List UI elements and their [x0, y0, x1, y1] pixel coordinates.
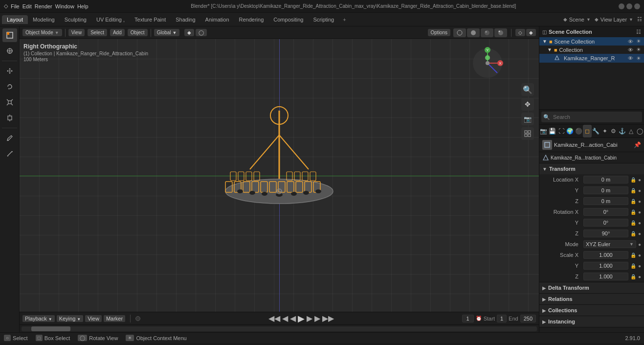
jump-start-button[interactable]: ◀◀	[268, 314, 280, 323]
scale-x-lock[interactable]: 🔒	[630, 253, 636, 258]
scale-x-value[interactable]: 1.000	[583, 251, 628, 259]
tab-sculpting[interactable]: Sculpting	[60, 15, 91, 24]
shading-rendered[interactable]	[494, 28, 507, 37]
menu-file[interactable]: File	[11, 3, 20, 9]
next-frame-button[interactable]: ▶	[314, 314, 320, 323]
annotate-icon[interactable]	[2, 131, 17, 145]
tab-rendering[interactable]: Rendering	[234, 15, 269, 24]
props-tab-modifier[interactable]: 🔧	[592, 125, 600, 138]
tab-animation[interactable]: Animation	[200, 15, 234, 24]
props-tab-material[interactable]: ◯	[635, 125, 644, 138]
playback-button[interactable]: Playback ▼	[22, 315, 55, 322]
view-menu[interactable]: View	[68, 29, 85, 36]
kamikaze-visibility-icon[interactable]: 👁	[628, 55, 633, 61]
menu-render[interactable]: Render	[35, 3, 52, 9]
transform-orientation[interactable]: Global ▼	[154, 29, 180, 36]
rotation-x-value[interactable]: 0°	[583, 208, 628, 216]
kamikaze-render-icon[interactable]: ☀	[636, 55, 641, 62]
location-x-dot[interactable]: ●	[638, 177, 641, 183]
instancing-header[interactable]: ▶ Instancing	[539, 316, 644, 327]
rotation-y-value[interactable]: 0°	[583, 219, 628, 227]
zoom-to-fit-button[interactable]: ✥	[521, 98, 534, 111]
shading-wireframe[interactable]	[453, 28, 466, 37]
scene-collection-toggle[interactable]: ▼	[542, 39, 547, 44]
rotation-z-lock[interactable]: 🔒	[630, 231, 636, 236]
props-search-input[interactable]	[550, 112, 640, 122]
props-tab-world[interactable]: ⚫	[574, 125, 583, 138]
object-menu[interactable]: Object	[128, 29, 148, 36]
camera-button[interactable]: 📷	[521, 113, 534, 125]
mode-selector[interactable]: XYZ Euler ▼	[583, 240, 636, 248]
zoom-in-button[interactable]: 🔍	[521, 83, 534, 96]
scene-collection-render-icon[interactable]: ☀	[636, 38, 641, 45]
rotation-x-lock[interactable]: 🔒	[630, 209, 636, 215]
pin-object-button[interactable]: 📌	[634, 141, 641, 148]
rotation-y-lock[interactable]: 🔒	[630, 220, 636, 226]
location-y-lock[interactable]: 🔒	[630, 188, 636, 193]
current-frame-input[interactable]: 1	[462, 315, 474, 322]
collection-visibility-icon[interactable]: 👁	[628, 47, 633, 53]
axes-gizmo[interactable]: Y X	[470, 46, 505, 80]
transform-header[interactable]: ▼ Transform	[539, 163, 644, 174]
location-z-dot[interactable]: ●	[638, 199, 641, 204]
rotation-z-value[interactable]: 90°	[583, 230, 628, 237]
jump-end-button[interactable]: ▶▶	[322, 314, 334, 323]
close-button[interactable]	[634, 3, 640, 9]
tab-layout[interactable]: Layout	[2, 15, 28, 24]
options-button[interactable]: Options	[428, 29, 450, 36]
menu-window[interactable]: Window	[55, 3, 74, 9]
scale-z-dot[interactable]: ●	[638, 274, 641, 279]
measure-icon[interactable]	[2, 147, 17, 161]
location-z-lock[interactable]: 🔒	[630, 199, 636, 204]
maximize-button[interactable]	[626, 3, 632, 9]
rotation-z-dot[interactable]: ●	[638, 231, 641, 236]
transform-icon[interactable]	[2, 111, 17, 125]
props-tab-scene[interactable]: 🌍	[565, 125, 574, 138]
select-menu[interactable]: Select	[88, 29, 107, 36]
view-button[interactable]: View	[85, 315, 102, 322]
scale-icon[interactable]	[2, 95, 17, 109]
outliner-filter-icon[interactable]: ☷	[636, 29, 641, 35]
location-y-dot[interactable]: ●	[638, 188, 641, 193]
location-x-value[interactable]: 0 m	[583, 176, 628, 184]
proportional-edit[interactable]: ◯	[196, 29, 207, 36]
snap-button[interactable]: ◆	[184, 29, 194, 36]
end-frame-input[interactable]: 250	[520, 315, 536, 322]
blender-logo[interactable]: ◇	[4, 3, 8, 9]
props-tab-output[interactable]: 💾	[548, 125, 557, 138]
collection-toggle[interactable]: ▼	[547, 47, 552, 52]
move-icon[interactable]	[2, 64, 17, 78]
props-tab-physics[interactable]: ⚙	[609, 125, 618, 138]
rotation-x-dot[interactable]: ●	[638, 209, 641, 215]
menu-help[interactable]: Help	[77, 3, 89, 9]
add-menu[interactable]: Add	[110, 29, 125, 36]
props-tab-data[interactable]: △	[626, 125, 635, 138]
tab-shading[interactable]: Shading	[171, 15, 200, 24]
tab-scripting[interactable]: Scripting	[308, 15, 339, 24]
cursor-icon[interactable]	[2, 44, 17, 58]
gizmo-button[interactable]: ◆	[526, 29, 536, 36]
props-tab-render[interactable]: 📷	[539, 125, 548, 138]
start-frame-input[interactable]: 1	[497, 315, 507, 322]
tab-compositing[interactable]: Compositing	[268, 15, 308, 24]
location-z-value[interactable]: 0 m	[583, 197, 628, 205]
view-layer-selector[interactable]: ◆ View Layer ▼	[595, 17, 633, 23]
scene-collection-visibility-icon[interactable]: 👁	[628, 39, 633, 45]
keyframe-dot[interactable]	[135, 316, 140, 321]
props-tab-constraints[interactable]: ⚓	[618, 125, 626, 138]
prev-keyframe-button[interactable]: ◀	[290, 314, 296, 323]
play-button[interactable]: ▶	[298, 313, 305, 324]
collections-header[interactable]: ▶ Collections	[539, 305, 644, 316]
scene-collection-item[interactable]: ▼ ■ Scene Collection 👁 ☀	[539, 37, 644, 46]
timeline-scrollbar[interactable]	[20, 324, 539, 332]
collection-render-icon[interactable]: ☀	[636, 46, 641, 53]
collection-item[interactable]: ▼ ■ Collection 👁 ☀	[539, 46, 644, 54]
delta-transform-header[interactable]: ▶ Delta Transform	[539, 282, 644, 293]
filter-icon[interactable]: ☷	[637, 16, 642, 23]
scale-y-lock[interactable]: 🔒	[630, 263, 636, 269]
marker-button[interactable]: Marker	[104, 315, 125, 322]
mode-dot[interactable]: ●	[638, 242, 641, 247]
rotate-icon[interactable]	[2, 80, 17, 93]
viewport-canvas[interactable]: Right Orthographic (1) Collection | Kami…	[20, 39, 539, 312]
shading-material[interactable]	[481, 28, 493, 37]
